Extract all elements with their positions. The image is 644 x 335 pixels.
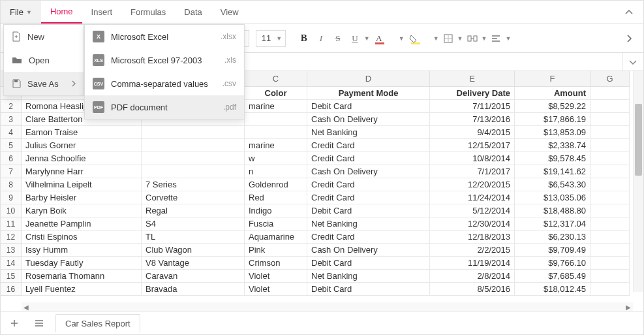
cell[interactable]: $7,685.49 <box>515 270 590 283</box>
row-header[interactable]: 14 <box>1 257 22 270</box>
cell[interactable] <box>590 126 630 139</box>
row-header[interactable]: 5 <box>1 139 22 152</box>
cell[interactable]: Pink <box>245 244 307 257</box>
cell[interactable]: Credit Card <box>307 191 430 204</box>
row-header[interactable]: 7 <box>1 165 22 178</box>
cell[interactable]: $18,488.80 <box>515 204 590 217</box>
cell[interactable]: Tuesday Fautly <box>22 257 142 270</box>
cell[interactable] <box>590 100 630 113</box>
cell[interactable]: 12/20/2015 <box>430 178 515 191</box>
row-header[interactable]: 9 <box>1 191 22 204</box>
row-header[interactable]: 3 <box>1 113 22 126</box>
cell[interactable]: $6,543.30 <box>515 178 590 191</box>
row-header[interactable]: 6 <box>1 152 22 165</box>
cell[interactable] <box>590 165 630 178</box>
cell[interactable]: Club Wagon <box>142 244 245 257</box>
cell[interactable] <box>590 244 630 257</box>
menu-formulas[interactable]: Formulas <box>121 1 175 24</box>
cell[interactable]: 11/24/2014 <box>430 191 515 204</box>
vertical-scrollbar[interactable] <box>633 71 643 292</box>
sheet-tab[interactable]: Car Sales Report <box>55 314 140 332</box>
saveas-xlsx[interactable]: X Microsoft Excel .xlsx <box>85 25 244 48</box>
cell[interactable]: Credit Card <box>307 231 430 244</box>
merge-button[interactable] <box>465 31 480 46</box>
cell[interactable]: Julius Gorner <box>22 139 142 152</box>
cell[interactable] <box>590 257 630 270</box>
row-header[interactable]: 11 <box>1 217 22 231</box>
cell[interactable]: Payment Mode <box>307 87 430 100</box>
formula-expand[interactable] <box>622 59 643 65</box>
cell[interactable]: 2/8/2014 <box>430 270 515 283</box>
file-new[interactable]: New <box>4 25 84 48</box>
cell[interactable]: 7/11/2015 <box>430 100 515 113</box>
cell[interactable] <box>245 113 307 126</box>
cell[interactable]: Karyn Boik <box>22 204 142 217</box>
ribbon-collapse[interactable] <box>615 10 643 15</box>
cell[interactable]: V8 Vantage <box>142 257 245 270</box>
all-sheets-button[interactable] <box>31 315 48 332</box>
cell[interactable]: Debit Card <box>307 100 430 113</box>
cell[interactable]: Rosemaria Thomann <box>22 270 142 283</box>
cell[interactable]: 5/12/2014 <box>430 204 515 217</box>
cell[interactable]: Barby Heisler <box>22 191 142 204</box>
horizontal-scrollbar[interactable]: ◀ ▶ <box>22 302 633 311</box>
cell[interactable]: $13,853.09 <box>515 126 590 139</box>
row-header[interactable]: 16 <box>1 283 22 296</box>
cell[interactable]: Eamon Traise <box>22 126 142 139</box>
scroll-right-icon[interactable]: ▶ <box>624 304 633 311</box>
bold-button[interactable]: B <box>296 31 312 46</box>
cell[interactable]: 12/15/2017 <box>430 139 515 152</box>
cell[interactable] <box>590 191 630 204</box>
cell[interactable]: Issy Humm <box>22 244 142 257</box>
cell[interactable]: $9,578.45 <box>515 152 590 165</box>
add-sheet-button[interactable] <box>6 315 23 332</box>
cell[interactable]: $8,529.22 <box>515 100 590 113</box>
col-header[interactable]: E <box>430 71 515 87</box>
cell[interactable]: Cash On Delivery <box>307 244 430 257</box>
cell[interactable]: marine <box>245 139 307 152</box>
saveas-csv[interactable]: CSV Comma-separated values .csv <box>85 72 244 95</box>
cell[interactable]: 7/13/2016 <box>430 113 515 126</box>
cell[interactable]: marine <box>245 100 307 113</box>
chevron-down-icon[interactable]: ▼ <box>433 35 439 42</box>
cell[interactable] <box>590 217 630 231</box>
align-button[interactable] <box>488 31 504 46</box>
cell[interactable]: Delivery Date <box>430 87 515 100</box>
cell[interactable] <box>590 270 630 283</box>
file-save-as[interactable]: Save As <box>4 72 84 95</box>
col-header[interactable]: F <box>515 71 590 87</box>
cell[interactable]: Vilhelmina Leipelt <box>22 178 142 191</box>
menu-home[interactable]: Home <box>41 1 82 24</box>
cell[interactable] <box>142 139 245 152</box>
row-header[interactable]: 8 <box>1 178 22 191</box>
cell[interactable]: 9/4/2015 <box>430 126 515 139</box>
cell[interactable]: Violet <box>245 270 307 283</box>
cell[interactable] <box>142 165 245 178</box>
cell[interactable]: S4 <box>142 217 245 231</box>
cell[interactable] <box>590 152 630 165</box>
menu-file[interactable]: File ▼ <box>1 1 41 24</box>
col-header[interactable]: G <box>590 71 630 87</box>
cell[interactable]: $12,317.04 <box>515 217 590 231</box>
cell[interactable]: Fuscia <box>245 217 307 231</box>
cell[interactable]: TL <box>142 231 245 244</box>
cell[interactable] <box>590 283 630 296</box>
cell[interactable]: 12/30/2014 <box>430 217 515 231</box>
row-header[interactable]: 13 <box>1 244 22 257</box>
cell[interactable]: Marylynne Harr <box>22 165 142 178</box>
font-size-select[interactable]: 11 ▼ <box>256 30 286 47</box>
row-header[interactable]: 4 <box>1 126 22 139</box>
cell[interactable]: $18,012.45 <box>515 283 590 296</box>
col-header[interactable]: D <box>307 71 430 87</box>
row-header[interactable]: 2 <box>1 100 22 113</box>
cell[interactable]: Credit Card <box>307 152 430 165</box>
cell[interactable]: Debit Card <box>307 283 430 296</box>
italic-button[interactable]: I <box>313 31 329 46</box>
menu-insert[interactable]: Insert <box>82 1 122 24</box>
cell[interactable] <box>590 139 630 152</box>
cell[interactable]: Corvette <box>142 191 245 204</box>
cell[interactable]: Bravada <box>142 283 245 296</box>
col-header[interactable]: C <box>245 71 307 87</box>
borders-button[interactable] <box>440 31 456 46</box>
menu-data[interactable]: Data <box>175 1 211 24</box>
